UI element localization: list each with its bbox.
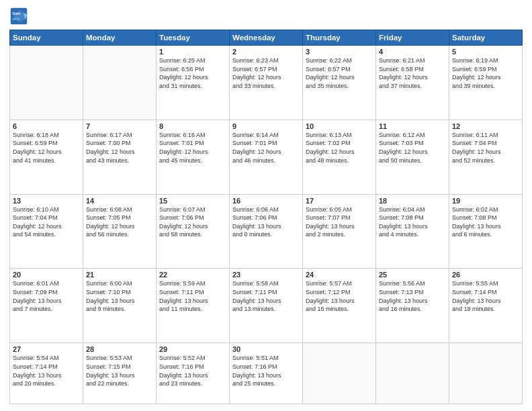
svg-text:eral: eral [12, 16, 19, 21]
calendar-cell: 6Sunrise: 6:18 AM Sunset: 6:59 PM Daylig… [10, 120, 83, 194]
calendar-cell [376, 343, 449, 404]
day-number: 5 [452, 48, 519, 56]
calendar-cell: 25Sunrise: 5:56 AM Sunset: 7:13 PM Dayli… [376, 269, 449, 343]
calendar-week-5: 27Sunrise: 5:54 AM Sunset: 7:14 PM Dayli… [10, 343, 523, 404]
day-info: Sunrise: 5:56 AM Sunset: 7:13 PM Dayligh… [379, 279, 446, 313]
calendar-cell: 24Sunrise: 5:57 AM Sunset: 7:12 PM Dayli… [303, 269, 376, 343]
day-info: Sunrise: 6:04 AM Sunset: 7:08 PM Dayligh… [379, 205, 446, 239]
day-info: Sunrise: 6:22 AM Sunset: 6:57 PM Dayligh… [306, 56, 373, 90]
calendar-cell: 8Sunrise: 6:16 AM Sunset: 7:01 PM Daylig… [157, 120, 230, 194]
day-info: Sunrise: 6:10 AM Sunset: 7:04 PM Dayligh… [13, 205, 80, 239]
calendar-cell: 30Sunrise: 5:51 AM Sunset: 7:16 PM Dayli… [230, 343, 303, 404]
calendar-week-4: 20Sunrise: 6:01 AM Sunset: 7:09 PM Dayli… [10, 269, 523, 343]
calendar-cell: 26Sunrise: 5:55 AM Sunset: 7:14 PM Dayli… [449, 269, 523, 343]
day-number: 6 [13, 122, 80, 130]
calendar-header-sunday: Sunday [10, 30, 83, 46]
calendar-cell: 4Sunrise: 6:21 AM Sunset: 6:58 PM Daylig… [376, 46, 449, 120]
day-info: Sunrise: 6:05 AM Sunset: 7:07 PM Dayligh… [306, 205, 373, 239]
day-info: Sunrise: 5:53 AM Sunset: 7:15 PM Dayligh… [86, 354, 153, 387]
calendar-cell: 23Sunrise: 5:58 AM Sunset: 7:11 PM Dayli… [230, 269, 303, 343]
calendar-cell: 7Sunrise: 6:17 AM Sunset: 7:00 PM Daylig… [83, 120, 157, 194]
day-number: 15 [159, 197, 226, 205]
calendar-cell [303, 343, 376, 404]
calendar-cell: 14Sunrise: 6:08 AM Sunset: 7:05 PM Dayli… [83, 194, 157, 269]
day-number: 23 [232, 271, 300, 279]
logo-icon: Gen eral [9, 7, 28, 26]
day-number: 22 [159, 271, 226, 279]
day-info: Sunrise: 5:59 AM Sunset: 7:11 PM Dayligh… [159, 279, 226, 313]
calendar-cell: 13Sunrise: 6:10 AM Sunset: 7:04 PM Dayli… [10, 194, 83, 269]
calendar-cell: 28Sunrise: 5:53 AM Sunset: 7:15 PM Dayli… [83, 343, 157, 404]
calendar-header-row: SundayMondayTuesdayWednesdayThursdayFrid… [10, 30, 523, 46]
svg-text:Gen: Gen [12, 11, 20, 15]
day-info: Sunrise: 6:23 AM Sunset: 6:57 PM Dayligh… [232, 56, 300, 90]
calendar-header-wednesday: Wednesday [230, 30, 303, 46]
day-info: Sunrise: 6:13 AM Sunset: 7:02 PM Dayligh… [306, 131, 373, 165]
day-number: 17 [306, 197, 373, 205]
day-info: Sunrise: 6:06 AM Sunset: 7:06 PM Dayligh… [232, 205, 300, 239]
day-number: 10 [306, 122, 373, 130]
day-info: Sunrise: 5:54 AM Sunset: 7:14 PM Dayligh… [13, 354, 80, 387]
day-number: 16 [232, 197, 300, 205]
day-number: 2 [232, 48, 300, 56]
day-number: 30 [232, 345, 300, 353]
calendar-header-saturday: Saturday [449, 30, 523, 46]
calendar-cell: 9Sunrise: 6:14 AM Sunset: 7:01 PM Daylig… [230, 120, 303, 194]
calendar-week-2: 6Sunrise: 6:18 AM Sunset: 6:59 PM Daylig… [10, 120, 523, 194]
logo: Gen eral [9, 7, 31, 26]
calendar-cell: 11Sunrise: 6:12 AM Sunset: 7:03 PM Dayli… [376, 120, 449, 194]
day-number: 13 [13, 197, 80, 205]
day-info: Sunrise: 5:51 AM Sunset: 7:16 PM Dayligh… [232, 354, 300, 387]
day-info: Sunrise: 5:58 AM Sunset: 7:11 PM Dayligh… [232, 279, 300, 313]
calendar-cell: 17Sunrise: 6:05 AM Sunset: 7:07 PM Dayli… [303, 194, 376, 269]
day-number: 1 [159, 48, 226, 56]
day-info: Sunrise: 5:55 AM Sunset: 7:14 PM Dayligh… [452, 279, 519, 313]
calendar-week-1: 1Sunrise: 6:25 AM Sunset: 6:56 PM Daylig… [10, 46, 523, 120]
calendar-cell: 2Sunrise: 6:23 AM Sunset: 6:57 PM Daylig… [230, 46, 303, 120]
page: Gen eral SundayMondayTuesdayWednesdayThu… [0, 0, 532, 411]
day-number: 19 [452, 197, 519, 205]
day-info: Sunrise: 6:17 AM Sunset: 7:00 PM Dayligh… [86, 131, 153, 165]
calendar-cell: 12Sunrise: 6:11 AM Sunset: 7:04 PM Dayli… [449, 120, 523, 194]
calendar-cell: 20Sunrise: 6:01 AM Sunset: 7:09 PM Dayli… [10, 269, 83, 343]
calendar-cell: 21Sunrise: 6:00 AM Sunset: 7:10 PM Dayli… [83, 269, 157, 343]
day-info: Sunrise: 5:57 AM Sunset: 7:12 PM Dayligh… [306, 279, 373, 313]
calendar-cell: 15Sunrise: 6:07 AM Sunset: 7:06 PM Dayli… [157, 194, 230, 269]
calendar-week-3: 13Sunrise: 6:10 AM Sunset: 7:04 PM Dayli… [10, 194, 523, 269]
day-info: Sunrise: 5:52 AM Sunset: 7:16 PM Dayligh… [159, 354, 226, 387]
day-number: 12 [452, 122, 519, 130]
day-info: Sunrise: 6:16 AM Sunset: 7:01 PM Dayligh… [159, 131, 226, 165]
day-info: Sunrise: 6:08 AM Sunset: 7:05 PM Dayligh… [86, 205, 153, 239]
day-info: Sunrise: 6:07 AM Sunset: 7:06 PM Dayligh… [159, 205, 226, 239]
day-info: Sunrise: 6:21 AM Sunset: 6:58 PM Dayligh… [379, 56, 446, 90]
day-info: Sunrise: 6:00 AM Sunset: 7:10 PM Dayligh… [86, 279, 153, 313]
calendar-cell: 10Sunrise: 6:13 AM Sunset: 7:02 PM Dayli… [303, 120, 376, 194]
day-info: Sunrise: 6:12 AM Sunset: 7:03 PM Dayligh… [379, 131, 446, 165]
calendar-cell: 18Sunrise: 6:04 AM Sunset: 7:08 PM Dayli… [376, 194, 449, 269]
day-number: 29 [159, 345, 226, 353]
calendar-cell [83, 46, 157, 120]
calendar-cell: 27Sunrise: 5:54 AM Sunset: 7:14 PM Dayli… [10, 343, 83, 404]
calendar-table: SundayMondayTuesdayWednesdayThursdayFrid… [9, 30, 523, 404]
calendar-cell [10, 46, 83, 120]
day-number: 11 [379, 122, 446, 130]
day-number: 3 [306, 48, 373, 56]
calendar-header-tuesday: Tuesday [157, 30, 230, 46]
calendar-cell: 1Sunrise: 6:25 AM Sunset: 6:56 PM Daylig… [157, 46, 230, 120]
day-info: Sunrise: 6:02 AM Sunset: 7:08 PM Dayligh… [452, 205, 519, 239]
calendar-header-monday: Monday [83, 30, 157, 46]
day-number: 25 [379, 271, 446, 279]
calendar-cell: 22Sunrise: 5:59 AM Sunset: 7:11 PM Dayli… [157, 269, 230, 343]
day-number: 7 [86, 122, 153, 130]
day-number: 27 [13, 345, 80, 353]
calendar-cell: 29Sunrise: 5:52 AM Sunset: 7:16 PM Dayli… [157, 343, 230, 404]
day-number: 18 [379, 197, 446, 205]
calendar-cell: 3Sunrise: 6:22 AM Sunset: 6:57 PM Daylig… [303, 46, 376, 120]
day-info: Sunrise: 6:14 AM Sunset: 7:01 PM Dayligh… [232, 131, 300, 165]
day-info: Sunrise: 6:11 AM Sunset: 7:04 PM Dayligh… [452, 131, 519, 165]
calendar-cell [449, 343, 523, 404]
calendar-header-thursday: Thursday [303, 30, 376, 46]
calendar-cell: 19Sunrise: 6:02 AM Sunset: 7:08 PM Dayli… [449, 194, 523, 269]
calendar-cell: 5Sunrise: 6:19 AM Sunset: 6:59 PM Daylig… [449, 46, 523, 120]
day-number: 28 [86, 345, 153, 353]
